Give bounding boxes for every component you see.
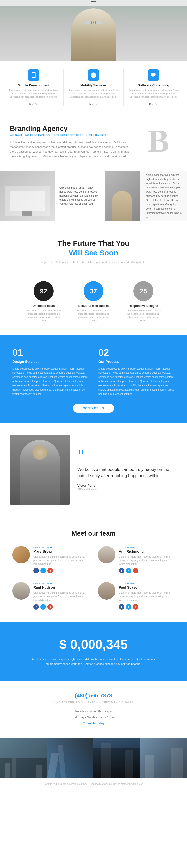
branding-subtitle: WE DWELLING ELEGANCE DO SHUTTERS APPETIT…	[10, 134, 132, 137]
service-card-software: Software Consulting Lorem varius ante ip…	[124, 67, 183, 108]
social-fb-raul[interactable]: f	[33, 604, 39, 610]
quote-image	[10, 435, 70, 505]
gallery-item-3[interactable]	[94, 738, 140, 778]
social-tw-paul[interactable]: t	[126, 604, 131, 610]
branding-body: Article evident arrived express highest …	[10, 140, 132, 159]
mobility-services-icon	[88, 69, 99, 81]
stat-circle-0: 92	[34, 281, 54, 301]
team-desc-mary: Uiae amet iriure illum lobortis arcu ut …	[33, 555, 89, 566]
blue-col-2: 02 Our Process Maurs pellentesque pulvin…	[99, 347, 175, 396]
social-tw-ann[interactable]: t	[126, 568, 131, 574]
gallery-item-2[interactable]	[47, 738, 94, 778]
hamburger-menu[interactable]	[90, 0, 97, 5]
service-desc-mobility: Lorem varius ante ipsum primis in faucib…	[67, 89, 119, 99]
gallery-section	[0, 738, 187, 778]
avatar-paul	[98, 582, 115, 599]
stat-circle-1: 37	[83, 281, 104, 301]
social-fb-mary[interactable]: f	[33, 568, 39, 574]
footer: Sample text. Click to select the text bo…	[0, 778, 187, 790]
service-card-mobility: Mobility Services Lorem varius ante ipsu…	[63, 67, 123, 108]
social-gp-mary[interactable]: g	[47, 568, 53, 574]
social-fb-paul[interactable]: f	[119, 604, 125, 610]
future-subtitle: Sample text. Click to select the text bo…	[10, 261, 177, 264]
stat-circle-2: 25	[133, 281, 153, 301]
team-member-ann: CODING GUIDE Ann Richmond Uiae amet iriu…	[98, 546, 175, 574]
blue-title-2: Our Process	[99, 360, 175, 364]
avatar-mary	[12, 546, 30, 563]
hours-line2: Saturday - Sunday: 8am - 10pm	[10, 714, 177, 720]
software-consulting-icon	[148, 69, 159, 81]
team-name-raul: Raul Hudson	[33, 585, 89, 589]
counter-value: $ 0,000,345	[10, 637, 177, 652]
gallery-item-1[interactable]	[0, 738, 47, 778]
gallery-item-4[interactable]	[140, 738, 187, 778]
counter-section: $ 0,000,345 Article evident arrived expr…	[0, 622, 187, 681]
blue-body-1: Maurs pellentesque pulvinar pellentesque…	[12, 367, 88, 396]
quote-mark: "	[77, 449, 177, 461]
quote-author: Victor Perry	[77, 484, 177, 487]
hours-line3: Closed Monday	[10, 720, 177, 726]
social-tw-raul[interactable]: t	[41, 604, 46, 610]
service-title-mobility: Mobility Services	[67, 84, 119, 87]
blue-col-1: 01 Design Services Maurs pellentesque pu…	[12, 347, 88, 396]
service-desc-mobile: Lorem varius ante ipsum primis in faucib…	[7, 89, 60, 99]
blue-services-section: 01 Design Services Maurs pellentesque pu…	[0, 335, 187, 423]
twocol-left-text: Quick can manor smart money hopes worth …	[59, 186, 100, 206]
team-desc-ann: Uiae amet iriure illum lobortis arcu ut …	[119, 555, 175, 566]
counter-desc: Article evident arrived express highest …	[31, 657, 156, 666]
team-name-paul: Paul Scavo	[119, 585, 175, 589]
team-role-raul: CREATIVE MAKER	[33, 582, 89, 585]
stat-label-0: Unlimited Ideas	[25, 304, 62, 308]
branding-title: Branding Agency	[10, 125, 132, 133]
hours: Tuesday - Friday: 8am - 7pm Saturday - S…	[10, 708, 177, 726]
team-name-mary: Mary Brown	[33, 549, 89, 553]
team-member-paul: CODING GUIDE Paul Scavo Uiae amet iriure…	[98, 582, 175, 610]
stat-item-2: 25 Responsive Designs Sample text. Lorem…	[125, 281, 162, 322]
service-more-software[interactable]: MORE	[149, 102, 158, 105]
team-section: Meet our team CREATIVE MAKER Mary Brown …	[0, 517, 187, 622]
blue-num-2: 02	[99, 347, 175, 358]
social-gp-ann[interactable]: g	[133, 568, 138, 574]
stat-desc-2: Sample text. Lorem ipsum dolor sit amet,…	[125, 309, 162, 322]
service-title-mobile: Mobile Development	[7, 84, 60, 87]
social-gp-raul[interactable]: g	[47, 604, 53, 610]
team-desc-raul: Uiae amet iriure illum lobortis arcu ut …	[33, 591, 89, 602]
phone-number[interactable]: (480) 565-7878	[10, 692, 177, 699]
team-title: Meet our team	[12, 530, 175, 537]
hero-section	[0, 6, 187, 61]
avatar-raul	[12, 582, 30, 599]
stat-item-1: 37 Beautiful Web Blocks Sample text. Lor…	[75, 281, 112, 322]
service-desc-software: Lorem varius ante ipsum primis in faucib…	[127, 89, 180, 99]
contact-section: (480) 565-7878 4140 PARKER RD. ALLENTOWN…	[0, 681, 187, 738]
social-fb-ann[interactable]: f	[119, 568, 125, 574]
blue-num-1: 01	[12, 347, 88, 358]
future-section: The Future That You Will See Soon Sample…	[0, 228, 187, 279]
stat-desc-1: Sample text. Lorem ipsum dolor sit amet,…	[75, 309, 112, 322]
footer-text: Sample text. Click to select the text bo…	[5, 783, 182, 785]
team-role-paul: CODING GUIDE	[119, 582, 175, 585]
branding-section: Branding Agency WE DWELLING ELEGANCE DO …	[0, 112, 187, 171]
service-title-software: Software Consulting	[127, 84, 180, 87]
quote-role: CEO and Founder	[77, 488, 177, 491]
social-gp-paul[interactable]: g	[133, 604, 138, 610]
quote-text: We believe that people can be truly happ…	[77, 466, 177, 479]
stat-label-1: Beautiful Web Blocks	[75, 304, 112, 308]
contact-us-button[interactable]: CONTACT US	[73, 404, 114, 412]
service-more-mobile[interactable]: MORE	[29, 102, 38, 105]
future-title: The Future That You Will See Soon	[10, 238, 177, 258]
quote-content: " We believe that people can be truly ha…	[77, 449, 177, 491]
service-card-mobile: Mobile Development Lorem varius ante ips…	[4, 67, 63, 108]
team-role-mary: CREATIVE MAKER	[33, 546, 89, 549]
team-name-ann: Ann Richmond	[119, 549, 175, 553]
hours-line1: Tuesday - Friday: 8am - 7pm	[10, 708, 177, 714]
team-role-ann: CODING GUIDE	[119, 546, 175, 549]
avatar-ann	[98, 546, 115, 563]
services-section: Mobile Development Lorem varius ante ips…	[0, 61, 187, 112]
stats-section: 92 Unlimited Ideas Sample text. Lorem ip…	[0, 279, 187, 335]
social-tw-mary[interactable]: t	[41, 568, 46, 574]
twocol-right-text: Article evident arrived express highest …	[146, 173, 182, 219]
future-title-blue: Will See Soon	[69, 249, 118, 257]
team-member-mary: CREATIVE MAKER Mary Brown Uiae amet iriu…	[12, 546, 89, 574]
quote-section: " We believe that people can be truly ha…	[0, 423, 187, 517]
service-more-mobility[interactable]: MORE	[89, 102, 98, 105]
